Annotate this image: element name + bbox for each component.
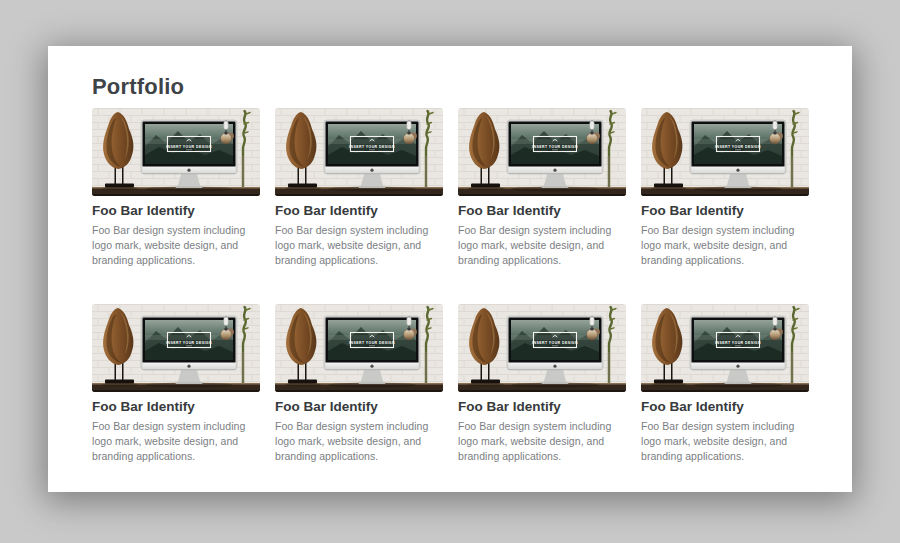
portfolio-card: INSERT YOUR DESIGN Foo Bar Identify [641, 108, 809, 268]
card-title: Foo Bar Identify [275, 203, 443, 219]
imac-desk-mockup-image: INSERT YOUR DESIGN [458, 304, 626, 392]
screen-subtitle-mark [552, 149, 558, 150]
card-description: Foo Bar design system including logo mar… [458, 223, 626, 268]
portfolio-thumbnail[interactable]: INSERT YOUR DESIGN [92, 304, 260, 392]
apple-logo-icon [553, 169, 556, 172]
card-title: Foo Bar Identify [458, 399, 626, 415]
screen-text: INSERT YOUR DESIGN [166, 145, 212, 149]
portfolio-card: INSERT YOUR DESIGN Foo Bar Identify [458, 304, 626, 464]
portfolio-thumbnail[interactable]: INSERT YOUR DESIGN [641, 108, 809, 196]
portfolio-thumbnail[interactable]: INSERT YOUR DESIGN [458, 304, 626, 392]
screen-subtitle-mark [369, 149, 375, 150]
imac-desk-mockup-image: INSERT YOUR DESIGN [641, 304, 809, 392]
screen-subtitle-mark [369, 345, 375, 346]
screen-design-frame: INSERT YOUR DESIGN [715, 333, 761, 348]
imac-desk-mockup-image: INSERT YOUR DESIGN [275, 304, 443, 392]
screen-text: INSERT YOUR DESIGN [715, 145, 761, 149]
screen-design-frame: INSERT YOUR DESIGN [532, 137, 578, 152]
card-description: Foo Bar design system including logo mar… [641, 419, 809, 464]
card-title: Foo Bar Identify [92, 399, 260, 415]
card-description: Foo Bar design system including logo mar… [92, 419, 260, 464]
imac-desk-mockup-image: INSERT YOUR DESIGN [275, 108, 443, 196]
apple-logo-icon [187, 169, 190, 172]
apple-logo-icon [736, 365, 739, 368]
apple-logo-icon [187, 365, 190, 368]
portfolio-card: INSERT YOUR DESIGN Foo Bar Identify [275, 304, 443, 464]
imac-desk-mockup-image: INSERT YOUR DESIGN [92, 108, 260, 196]
card-title: Foo Bar Identify [641, 399, 809, 415]
portfolio-thumbnail[interactable]: INSERT YOUR DESIGN [641, 304, 809, 392]
card-description: Foo Bar design system including logo mar… [275, 419, 443, 464]
card-title: Foo Bar Identify [458, 203, 626, 219]
screen-subtitle-mark [186, 149, 192, 150]
apple-logo-icon [553, 365, 556, 368]
imac-desk-mockup-image: INSERT YOUR DESIGN [458, 108, 626, 196]
screen-subtitle-mark [735, 345, 741, 346]
card-description: Foo Bar design system including logo mar… [275, 223, 443, 268]
screen-text: INSERT YOUR DESIGN [532, 341, 578, 345]
portfolio-thumbnail[interactable]: INSERT YOUR DESIGN [275, 304, 443, 392]
card-description: Foo Bar design system including logo mar… [92, 223, 260, 268]
portfolio-card: INSERT YOUR DESIGN Foo Bar Identify [641, 304, 809, 464]
portfolio-card: INSERT YOUR DESIGN Foo Bar Identify [458, 108, 626, 268]
screen-text: INSERT YOUR DESIGN [349, 145, 395, 149]
portfolio-thumbnail[interactable]: INSERT YOUR DESIGN [275, 108, 443, 196]
card-description: Foo Bar design system including logo mar… [458, 419, 626, 464]
portfolio-thumbnail[interactable]: INSERT YOUR DESIGN [92, 108, 260, 196]
card-title: Foo Bar Identify [641, 203, 809, 219]
screen-text: INSERT YOUR DESIGN [532, 145, 578, 149]
screen-text: INSERT YOUR DESIGN [349, 341, 395, 345]
portfolio-panel: Portfolio [48, 46, 852, 492]
screen-subtitle-mark [552, 345, 558, 346]
portfolio-grid: INSERT YOUR DESIGN Foo Bar Identify [92, 108, 809, 464]
portfolio-thumbnail[interactable]: INSERT YOUR DESIGN [458, 108, 626, 196]
apple-logo-icon [370, 365, 373, 368]
page-title: Portfolio [92, 74, 809, 100]
card-title: Foo Bar Identify [92, 203, 260, 219]
portfolio-card: INSERT YOUR DESIGN Foo Bar Identify [92, 304, 260, 464]
screen-design-frame: INSERT YOUR DESIGN [532, 333, 578, 348]
card-description: Foo Bar design system including logo mar… [641, 223, 809, 268]
portfolio-card: INSERT YOUR DESIGN Foo Bar Identify [92, 108, 260, 268]
screen-design-frame: INSERT YOUR DESIGN [166, 333, 212, 348]
apple-logo-icon [736, 169, 739, 172]
imac-desk-mockup-image: INSERT YOUR DESIGN [92, 304, 260, 392]
apple-logo-icon [370, 169, 373, 172]
screen-text: INSERT YOUR DESIGN [166, 341, 212, 345]
screen-design-frame: INSERT YOUR DESIGN [715, 137, 761, 152]
screen-design-frame: INSERT YOUR DESIGN [349, 137, 395, 152]
screen-subtitle-mark [186, 345, 192, 346]
portfolio-card: INSERT YOUR DESIGN Foo Bar Identify [275, 108, 443, 268]
screen-design-frame: INSERT YOUR DESIGN [349, 333, 395, 348]
imac-desk-mockup-image: INSERT YOUR DESIGN [641, 108, 809, 196]
screen-text: INSERT YOUR DESIGN [715, 341, 761, 345]
card-title: Foo Bar Identify [275, 399, 443, 415]
screen-subtitle-mark [735, 149, 741, 150]
screen-design-frame: INSERT YOUR DESIGN [166, 137, 212, 152]
page-background: { "page": { "title": "Portfolio", "backg… [0, 0, 900, 543]
